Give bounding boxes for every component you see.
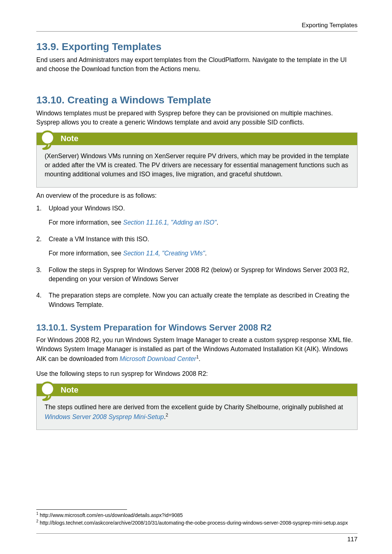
para-13-10-1-steps-intro: Use the following steps to run sysprep f…	[36, 369, 358, 378]
link-adding-iso[interactable]: Section 11.16.1, "Adding an ISO"	[123, 219, 217, 226]
heading-13-10-1: 13.10.1. System Preparation for Windows …	[36, 323, 358, 333]
note-body-sysprep: The steps outlined here are derived from…	[37, 396, 357, 430]
step-2-period: .	[205, 250, 207, 257]
para-overview: An overview of the procedure is as follo…	[36, 191, 358, 200]
heading-13-9: 13.9. Exporting Templates	[36, 41, 358, 53]
heading-13-10: 13.10. Creating a Windows Template	[36, 94, 358, 106]
page-number: 117	[347, 536, 358, 543]
link-sysprep-mini-setup[interactable]: Windows Server 2008 Sysprep Mini-Setup	[45, 413, 164, 420]
para-13-10-intro: Windows templates must be prepared with …	[36, 109, 358, 127]
step-4-text: The preparation steps are complete. Now …	[49, 292, 350, 308]
page-bottom-rule	[36, 533, 358, 534]
step-3-text: Follow the steps in Sysprep for Windows …	[49, 266, 349, 283]
page-running-header: Exporting Templates	[36, 22, 358, 32]
link-ms-download-center[interactable]: Microsoft Download Center	[120, 355, 196, 362]
step-1-text: Upload your Windows ISO.	[49, 205, 125, 212]
note-box-sysprep: Note The steps outlined here are derived…	[36, 383, 358, 430]
note-icon	[40, 381, 60, 401]
step-2-text: Create a VM Instance with this ISO.	[49, 235, 149, 243]
step-1-sub: For more information, see Section 11.16.…	[49, 218, 358, 227]
step-3: Follow the steps in Sysprep for Windows …	[36, 266, 358, 284]
note-icon	[40, 130, 60, 150]
para-13-10-1: For Windows 2008 R2, you run Windows Sys…	[36, 336, 358, 364]
note-body-sysprep-a: The steps outlined here are derived from…	[45, 403, 343, 411]
svg-point-1	[42, 132, 53, 143]
footnote-1: 1 http://www.microsoft.com/en-us/downloa…	[36, 511, 358, 519]
step-2-sub: For more information, see Section 11.4, …	[49, 249, 358, 258]
step-1-sub-pre: For more information, see	[49, 219, 123, 226]
note-body-xenserver: (XenServer) Windows VMs running on XenSe…	[37, 145, 357, 187]
footnote-rule	[36, 509, 127, 510]
para-13-10-1-period: .	[199, 355, 200, 362]
step-2: Create a VM Instance with this ISO. For …	[36, 235, 358, 258]
footnote-1-text: http://www.microsoft.com/en-us/download/…	[40, 512, 183, 518]
step-4: The preparation steps are complete. Now …	[36, 291, 358, 309]
note-box-xenserver: Note (XenServer) Windows VMs running on …	[36, 132, 358, 188]
footnote-2: 2 http://blogs.technet.com/askcore/archi…	[36, 519, 358, 526]
step-1-period: .	[217, 219, 219, 226]
svg-point-3	[42, 383, 53, 394]
footnote-2-text: http://blogs.technet.com/askcore/archive…	[40, 520, 348, 525]
step-2-sub-pre: For more information, see	[49, 250, 123, 257]
footnote-ref-2[interactable]: 2	[166, 413, 168, 418]
note-title: Note	[37, 384, 357, 396]
footnotes-block: 1 http://www.microsoft.com/en-us/downloa…	[36, 509, 358, 527]
link-creating-vms[interactable]: Section 11.4, "Creating VMs"	[123, 250, 205, 257]
step-1: Upload your Windows ISO. For more inform…	[36, 204, 358, 227]
para-13-9: End users and Administrators may export …	[36, 56, 358, 74]
note-title: Note	[37, 133, 357, 145]
procedure-list: Upload your Windows ISO. For more inform…	[36, 204, 358, 309]
